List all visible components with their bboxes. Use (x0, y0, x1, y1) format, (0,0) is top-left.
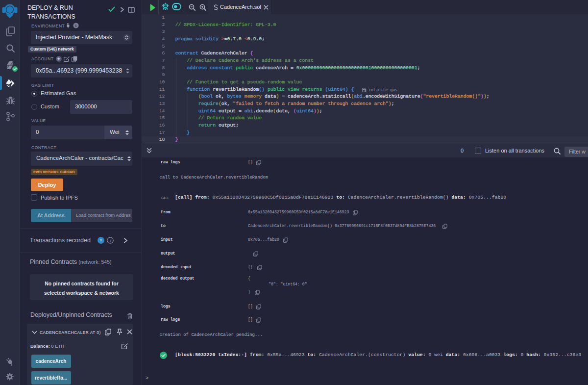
svg-text:i: i (110, 238, 111, 243)
